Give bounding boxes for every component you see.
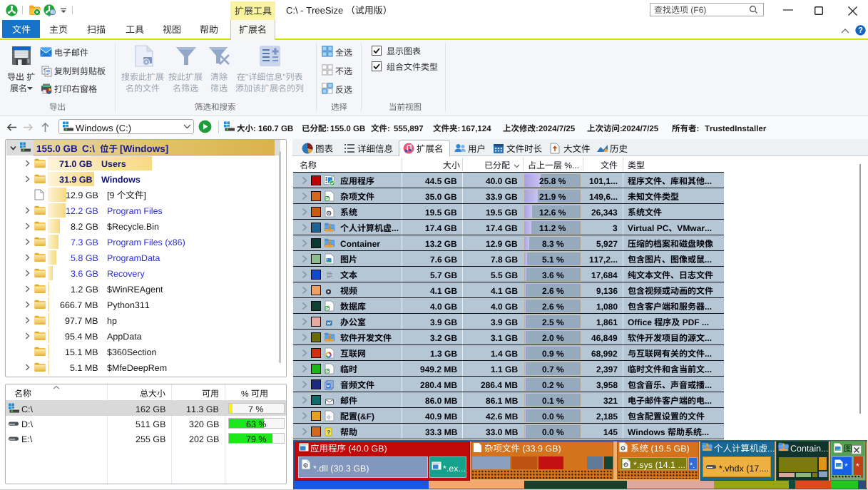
svg-text:?: ? (858, 26, 862, 34)
svg-text:?: ? (327, 429, 330, 436)
